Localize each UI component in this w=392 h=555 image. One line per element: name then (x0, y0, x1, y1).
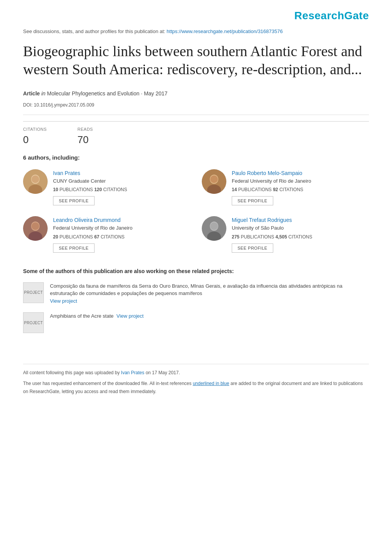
author-institution-0: CUNY Graduate Center (53, 177, 190, 185)
article-meta: Article in Molecular Phylogenetics and E… (23, 90, 369, 98)
brand-logo: ResearchGate (294, 8, 369, 24)
author-institution-1: Federal University of Rio de Janeiro (232, 177, 369, 185)
see-profile-button-1[interactable]: SEE PROFILE (232, 196, 273, 205)
author-card-1: Paulo Roberto Melo-Sampaio Federal Unive… (202, 169, 369, 206)
project-badge-0: Project (23, 282, 44, 303)
project-badge-1: Project (23, 312, 44, 333)
svg-point-3 (32, 175, 39, 183)
author-avatar-3 (202, 216, 226, 241)
authors-heading: 6 authors, including: (23, 153, 369, 162)
author-stats-0: 10 PUBLICATIONS 120 CITATIONS (53, 186, 190, 193)
author-avatar-2 (23, 216, 48, 241)
header: ResearchGate (23, 8, 369, 28)
footer-text: All content following this page was uplo… (23, 369, 369, 395)
project-text-1: Amphibians of the Acre state View projec… (50, 312, 144, 320)
author-institution-2: Federal University of Rio de Janeiro (53, 224, 190, 232)
author-info-1: Paulo Roberto Melo-Sampaio Federal Unive… (232, 169, 369, 206)
footer-ivan-prates-link[interactable]: Ivan Prates (121, 370, 145, 375)
see-profile-button-0[interactable]: SEE PROFILE (53, 196, 95, 205)
footer-line-2: The user has requested enhancement of th… (23, 380, 369, 395)
see-profile-button-3[interactable]: SEE PROFILE (232, 243, 273, 253)
doi-line: DOI: 10.1016/j.ympev.2017.05.009 (23, 102, 369, 108)
author-name-3[interactable]: Miguel Trefaut Rodrigues (232, 216, 369, 224)
project-text-0: Composição da fauna de mamíferos da Serr… (50, 282, 369, 305)
author-stats-1: 14 PUBLICATIONS 92 CITATIONS (232, 186, 369, 193)
author-name-2[interactable]: Leandro Oliveira Drummond (53, 216, 190, 224)
svg-point-15 (210, 222, 218, 230)
author-info-2: Leandro Oliveira Drummond Federal Univer… (53, 216, 190, 253)
svg-point-7 (210, 175, 218, 183)
related-projects-heading: Some of the authors of this publication … (23, 267, 369, 275)
author-name-1[interactable]: Paulo Roberto Melo-Sampaio (232, 169, 369, 177)
svg-point-11 (32, 222, 39, 230)
author-institution-3: University of São Paulo (232, 224, 369, 232)
footer-line-1: All content following this page was uplo… (23, 369, 369, 377)
stats-row: CITATIONS 0 READS 70 (23, 121, 369, 148)
author-info-0: Ivan Prates CUNY Graduate Center 10 PUBL… (53, 169, 190, 206)
author-avatar-1 (202, 169, 226, 194)
author-avatar-0 (23, 169, 48, 194)
author-stats-2: 20 PUBLICATIONS 67 CITATIONS (53, 233, 190, 240)
reads-block: READS 70 (78, 126, 93, 148)
view-project-link-1[interactable]: View project (116, 313, 144, 319)
author-info-3: Miguel Trefaut Rodrigues University of S… (232, 216, 369, 253)
author-name-0[interactable]: Ivan Prates (53, 169, 190, 177)
page-container: ResearchGate See discussions, stats, and… (0, 0, 392, 555)
project-item-0: Project Composição da fauna de mamíferos… (23, 282, 369, 305)
view-project-link-0[interactable]: View project (50, 298, 77, 304)
article-type-line: Article in Molecular Phylogenetics and E… (23, 90, 369, 98)
authors-grid: Ivan Prates CUNY Graduate Center 10 PUBL… (23, 169, 369, 263)
author-card-3: Miguel Trefaut Rodrigues University of S… (202, 216, 369, 253)
author-card-0: Ivan Prates CUNY Graduate Center 10 PUBL… (23, 169, 190, 206)
publication-url-link[interactable]: https://www.researchgate.net/publication… (167, 28, 283, 34)
see-profile-button-2[interactable]: SEE PROFILE (53, 243, 95, 253)
project-item-1: Project Amphibians of the Acre state Vie… (23, 312, 369, 333)
author-card-2: Leandro Oliveira Drummond Federal Univer… (23, 216, 190, 253)
see-discussions-text: See discussions, stats, and author profi… (23, 28, 369, 35)
stats-divider (23, 115, 369, 115)
article-title: Biogeographic links between southern Atl… (23, 42, 369, 79)
author-stats-3: 275 PUBLICATIONS 4,505 CITATIONS (232, 233, 369, 240)
citations-block: CITATIONS 0 (23, 126, 47, 148)
footer-divider (23, 364, 369, 364)
